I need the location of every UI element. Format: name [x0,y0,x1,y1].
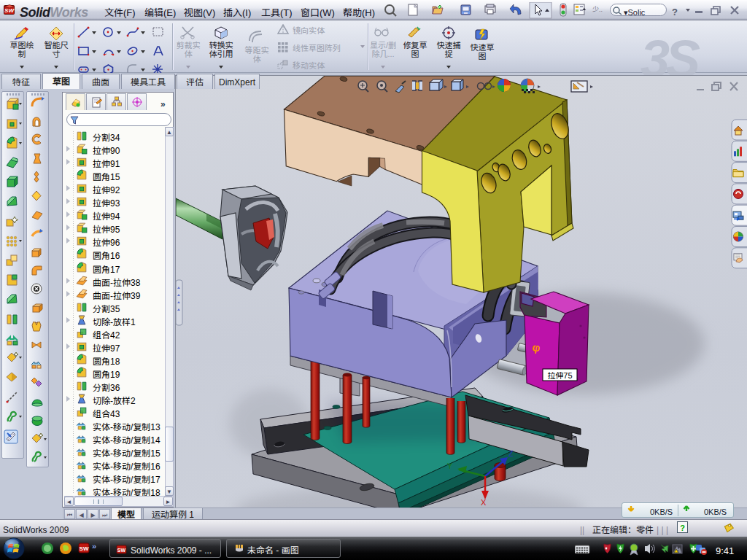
svg-text:X: X [481,496,487,508]
svg-text:»: » [92,542,96,551]
svg-text:!: ! [678,549,678,553]
svg-text:Z: Z [508,447,514,459]
svg-text:Y: Y [447,459,453,471]
svg-text:拉伸75: 拉伸75 [547,369,572,381]
svg-text:SW: SW [4,6,15,14]
svg-text:少..: 少.. [592,4,603,14]
svg-text:SW: SW [80,544,89,552]
svg-text:SW: SW [117,546,126,553]
